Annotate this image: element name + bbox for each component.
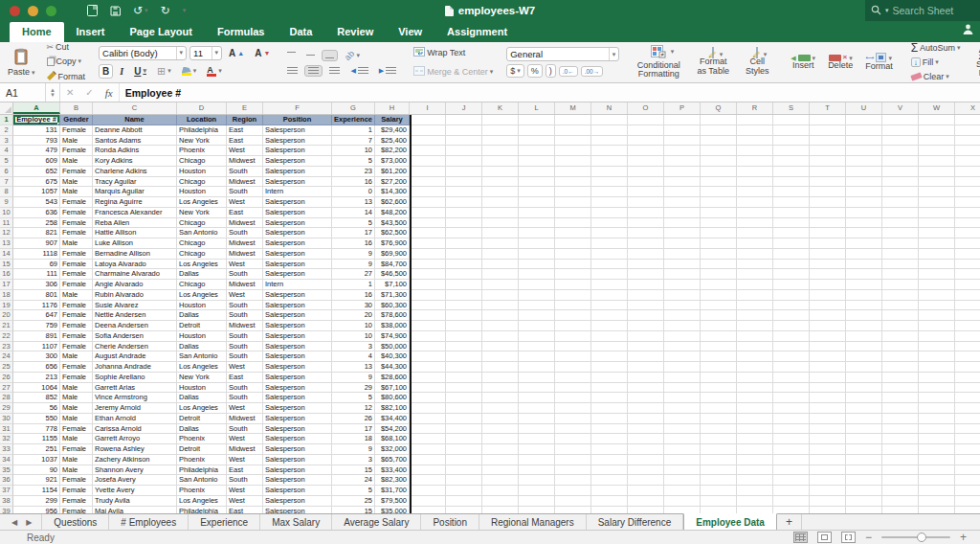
cell[interactable]: [519, 187, 555, 197]
cell[interactable]: $74,900: [375, 331, 410, 342]
cell[interactable]: $33,400: [375, 465, 410, 476]
cell[interactable]: [773, 496, 810, 507]
cell[interactable]: [846, 238, 882, 249]
cell[interactable]: [919, 238, 955, 249]
cell-styles-button[interactable]: 🖉 ▾ Cell Styles: [738, 47, 776, 78]
cell[interactable]: [591, 321, 628, 331]
cell[interactable]: [919, 434, 955, 444]
cell[interactable]: Midwest: [227, 156, 263, 167]
cell[interactable]: [919, 414, 955, 424]
cell[interactable]: [882, 218, 919, 229]
cell[interactable]: [519, 218, 555, 229]
cell[interactable]: [591, 187, 628, 197]
column-header-e[interactable]: E: [227, 102, 263, 114]
column-header-w[interactable]: W: [919, 102, 955, 114]
column-header-m[interactable]: M: [555, 102, 591, 114]
cell[interactable]: [628, 393, 664, 403]
cell[interactable]: [919, 393, 955, 403]
cell[interactable]: [846, 136, 882, 147]
cell[interactable]: [664, 444, 701, 455]
cell[interactable]: [737, 362, 773, 373]
align-left-button[interactable]: [283, 65, 301, 77]
cell[interactable]: [446, 125, 482, 136]
cell[interactable]: 10: [332, 321, 375, 331]
font-color-button[interactable]: A▾: [203, 63, 226, 79]
cell[interactable]: $28,600: [375, 373, 410, 383]
share-person-icon[interactable]: [962, 22, 974, 39]
cell[interactable]: $35,000: [375, 507, 410, 514]
cell[interactable]: Male: [60, 403, 93, 414]
wrap-text-button[interactable]: Wrap Text: [410, 45, 497, 60]
align-middle-button[interactable]: [302, 50, 319, 61]
confirm-entry-icon[interactable]: ✓: [79, 87, 99, 98]
cell[interactable]: [955, 197, 980, 208]
cell[interactable]: [846, 383, 882, 394]
cell[interactable]: [446, 167, 482, 177]
cell[interactable]: [591, 465, 628, 476]
cell[interactable]: [628, 310, 664, 321]
format-cells-dropdown-icon[interactable]: ▾: [888, 55, 892, 61]
cell[interactable]: [773, 455, 810, 465]
fill-color-dropdown-icon[interactable]: ▾: [193, 67, 197, 75]
cell[interactable]: [955, 486, 980, 496]
cell[interactable]: [446, 115, 482, 125]
cell[interactable]: [482, 465, 519, 476]
row-header-12[interactable]: 12: [0, 228, 13, 238]
cell[interactable]: [701, 290, 737, 301]
cell[interactable]: [846, 197, 882, 208]
cell[interactable]: [482, 393, 519, 403]
cell[interactable]: [628, 260, 664, 270]
cell[interactable]: Salesperson: [263, 177, 332, 188]
cell[interactable]: Susie Alvarez: [93, 301, 177, 311]
cell[interactable]: [882, 465, 919, 476]
cell[interactable]: Salesperson: [263, 301, 332, 311]
cell[interactable]: [919, 115, 955, 125]
cell[interactable]: [519, 414, 555, 424]
cell[interactable]: [737, 383, 773, 394]
cell[interactable]: [737, 373, 773, 383]
cell[interactable]: [701, 455, 737, 465]
cell[interactable]: [955, 444, 980, 455]
merge-center-dropdown-icon[interactable]: ▾: [490, 68, 494, 76]
cell[interactable]: Los Angeles: [177, 197, 227, 208]
cell[interactable]: 9: [332, 249, 375, 260]
cell-f1[interactable]: Position: [263, 115, 332, 125]
sheet-tab-position[interactable]: Position: [421, 514, 479, 530]
cell[interactable]: [482, 342, 519, 352]
cell[interactable]: [410, 146, 446, 156]
cell[interactable]: [773, 136, 810, 147]
cell[interactable]: [919, 496, 955, 507]
cell[interactable]: [882, 280, 919, 290]
cell[interactable]: [591, 197, 628, 208]
cell[interactable]: Los Angeles: [177, 496, 227, 507]
cell[interactable]: [882, 269, 919, 280]
column-header-b[interactable]: B: [60, 102, 93, 114]
cell[interactable]: [519, 424, 555, 435]
cell[interactable]: [410, 187, 446, 197]
cell[interactable]: [555, 310, 591, 321]
cell[interactable]: South: [227, 342, 263, 352]
cell[interactable]: [482, 414, 519, 424]
cell[interactable]: [846, 321, 882, 331]
cell[interactable]: [919, 342, 955, 352]
cell[interactable]: Salesperson: [263, 310, 332, 321]
cell[interactable]: [955, 208, 980, 218]
cell[interactable]: Detroit: [177, 444, 227, 455]
column-header-u[interactable]: U: [846, 102, 882, 114]
cell[interactable]: East: [227, 373, 263, 383]
cell[interactable]: [519, 269, 555, 280]
cell[interactable]: [446, 362, 482, 373]
cell[interactable]: [519, 197, 555, 208]
cell[interactable]: East: [227, 465, 263, 476]
cell-e1[interactable]: Region: [227, 115, 263, 125]
row-header-8[interactable]: 8: [0, 187, 13, 197]
cell[interactable]: Phoenix: [177, 146, 227, 156]
cell[interactable]: [628, 146, 664, 156]
cell[interactable]: 921: [13, 475, 60, 486]
normal-view-icon[interactable]: [793, 532, 808, 543]
cell[interactable]: [555, 393, 591, 403]
orientation-dropdown-icon[interactable]: ▾: [356, 52, 360, 59]
cell[interactable]: Chicago: [177, 177, 227, 188]
cell[interactable]: $50,000: [375, 342, 410, 352]
cell[interactable]: [882, 260, 919, 270]
